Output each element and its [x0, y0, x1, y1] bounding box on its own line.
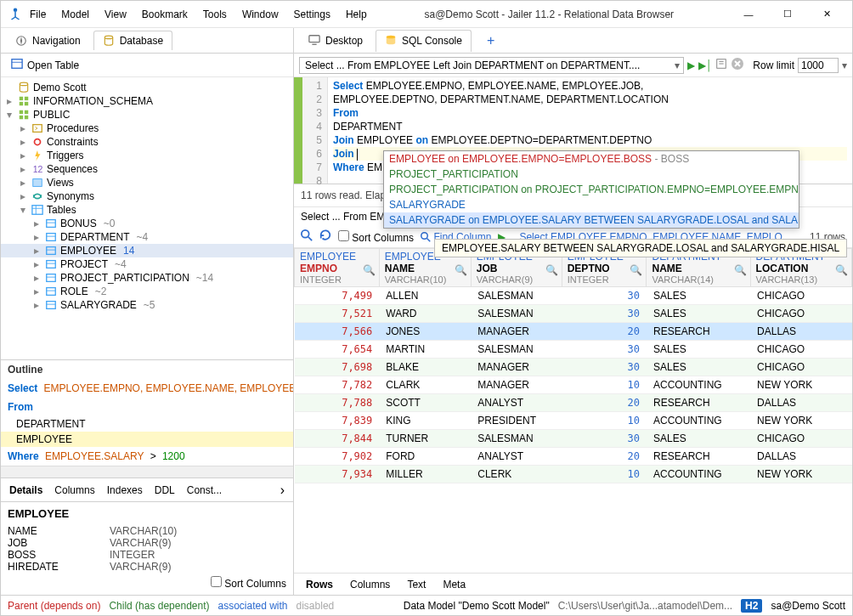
cell-job[interactable]: PRESIDENT: [471, 412, 562, 430]
menu-model[interactable]: Model: [59, 5, 91, 24]
details-tab-columns[interactable]: Columns: [54, 484, 94, 496]
twist-icon[interactable]: ▸: [18, 190, 28, 202]
cell-job[interactable]: SALESMAN: [471, 287, 562, 305]
maximize-button[interactable]: ☐: [769, 3, 806, 26]
twist-icon[interactable]: ▸: [31, 285, 42, 297]
cell-empno[interactable]: 7,844: [295, 430, 380, 448]
filter-icon[interactable]: 🔍: [455, 264, 467, 276]
tree-node-triggers[interactable]: ▸Triggers: [1, 149, 293, 162]
tree-node-information_schema[interactable]: ▸INFORMATION_SCHEMA: [1, 94, 293, 108]
cell-loc[interactable]: CHICAGO: [750, 359, 851, 376]
tree-node-synonyms[interactable]: ▸Synonyms: [1, 189, 293, 203]
cell-empno[interactable]: 7,902: [295, 448, 380, 466]
twist-icon[interactable]: ▸: [31, 299, 42, 311]
twist-icon[interactable]: ▾: [18, 204, 28, 216]
tree-node-procedures[interactable]: ▸Procedures: [1, 122, 293, 135]
twist-icon[interactable]: ▸: [31, 258, 42, 270]
cell-deptno[interactable]: 30: [562, 430, 647, 448]
cell-name[interactable]: CLARK: [379, 376, 471, 394]
twist-icon[interactable]: ▸: [31, 272, 42, 284]
tab-database[interactable]: Database: [93, 31, 172, 50]
filter-icon[interactable]: 🔍: [545, 264, 558, 276]
autocomplete-item[interactable]: PROJECT_PARTICIPATION: [384, 167, 799, 182]
twist-icon[interactable]: ▸: [4, 95, 14, 107]
filter-icon[interactable]: 🔍: [363, 264, 376, 276]
table-row[interactable]: 7,788SCOTTANALYST20RESEARCHDALLAS: [295, 394, 852, 412]
tree-node-employee[interactable]: ▸EMPLOYEE14: [1, 244, 293, 257]
cell-dname[interactable]: ACCOUNTING: [647, 376, 750, 394]
code-line[interactable]: Join EMPLOYEE on EMPLOYEE.DEPTNO=DEPARTM…: [333, 133, 847, 147]
outline-table-department[interactable]: DEPARTMENT: [1, 416, 293, 432]
run-button[interactable]: ▶: [687, 59, 695, 71]
cell-dname[interactable]: RESEARCH: [647, 323, 750, 341]
code-line[interactable]: DEPARTMENT: [333, 120, 847, 133]
tree-node-department[interactable]: ▸DEPARTMENT~4: [1, 230, 293, 244]
tree-node-project_participation[interactable]: ▸PROJECT_PARTICIPATION~14: [1, 271, 293, 285]
autocomplete-item[interactable]: SALARYGRADE on EMPLOYEE.SALARY BETWEEN S…: [384, 212, 799, 228]
table-row[interactable]: 7,521WARDSALESMAN30SALESCHICAGO: [295, 305, 852, 323]
cell-dname[interactable]: ACCOUNTING: [647, 466, 750, 483]
filter-icon[interactable]: 🔍: [630, 264, 642, 276]
cell-name[interactable]: ALLEN: [379, 287, 471, 305]
twist-icon[interactable]: ▸: [31, 245, 42, 257]
table-row[interactable]: 7,839KINGPRESIDENT10ACCOUNTINGNEW YORK: [295, 412, 852, 430]
table-row[interactable]: 7,499ALLENSALESMAN30SALESCHICAGO: [295, 287, 852, 305]
cell-deptno[interactable]: 30: [562, 305, 647, 323]
menu-tools[interactable]: Tools: [201, 5, 229, 24]
details-tab-const[interactable]: Const...: [187, 484, 222, 496]
table-row[interactable]: 7,934MILLERCLERK10ACCOUNTINGNEW YORK: [295, 466, 852, 483]
table-row[interactable]: 7,566JONESMANAGER20RESEARCHDALLAS: [295, 323, 852, 341]
cell-name[interactable]: MILLER: [379, 466, 471, 483]
grid-foot-text[interactable]: Text: [407, 579, 426, 591]
refresh-icon[interactable]: [319, 229, 331, 244]
cell-name[interactable]: JONES: [379, 323, 471, 341]
sql-history-dropdown[interactable]: Select ... From EMPLOYEE Left Join DEPAR…: [299, 57, 684, 74]
cell-dname[interactable]: SALES: [647, 287, 750, 305]
code-line[interactable]: EMPLOYEE.DEPTNO, DEPARTMENT.NAME, DEPART…: [333, 93, 847, 106]
tree-node-public[interactable]: ▾PUBLIC: [1, 108, 293, 122]
search-icon[interactable]: [301, 229, 313, 244]
cell-loc[interactable]: DALLAS: [750, 448, 851, 466]
details-tab-indexes[interactable]: Indexes: [107, 484, 143, 496]
cell-job[interactable]: MANAGER: [471, 376, 562, 394]
cell-name[interactable]: MARTIN: [379, 341, 471, 359]
twist-icon[interactable]: ▸: [31, 218, 42, 229]
details-tab-details[interactable]: Details: [9, 484, 42, 496]
cell-dname[interactable]: SALES: [647, 430, 750, 448]
cell-name[interactable]: BLAKE: [379, 359, 471, 376]
outline-scrollbar[interactable]: [1, 466, 293, 478]
explain-button[interactable]: [715, 58, 727, 72]
cell-job[interactable]: ANALYST: [471, 448, 562, 466]
autocomplete-item[interactable]: PROJECT_PARTICIPATION on PROJECT_PARTICI…: [384, 182, 799, 197]
cancel-button[interactable]: [731, 57, 744, 73]
outline-table-employee[interactable]: EMPLOYEE: [1, 432, 293, 447]
cell-loc[interactable]: DALLAS: [750, 323, 851, 341]
sort-columns-input[interactable]: [211, 576, 222, 587]
cell-empno[interactable]: 7,654: [295, 341, 380, 359]
tree-node-role[interactable]: ▸ROLE~2: [1, 285, 293, 298]
cell-deptno[interactable]: 10: [562, 466, 647, 483]
filter-icon[interactable]: 🔍: [734, 264, 747, 276]
cell-job[interactable]: MANAGER: [471, 323, 562, 341]
menu-file[interactable]: File: [28, 5, 48, 24]
tab-desktop[interactable]: Desktop: [299, 30, 372, 52]
cell-name[interactable]: SCOTT: [379, 394, 471, 412]
cell-empno[interactable]: 7,839: [295, 412, 380, 430]
cell-job[interactable]: SALESMAN: [471, 341, 562, 359]
code-line[interactable]: Select EMPLOYEE.EMPNO, EMPLOYEE.NAME, EM…: [333, 79, 847, 93]
grid-foot-rows[interactable]: Rows: [306, 579, 333, 591]
cell-empno[interactable]: 7,499: [295, 287, 380, 305]
cell-job[interactable]: MANAGER: [471, 359, 562, 376]
cell-empno[interactable]: 7,782: [295, 376, 380, 394]
cell-loc[interactable]: CHICAGO: [750, 430, 851, 448]
autocomplete-popup[interactable]: EMPLOYEE on EMPLOYEE.EMPNO=EMPLOYEE.BOSS…: [383, 150, 799, 229]
tree-node-salarygrade[interactable]: ▸SALARYGRADE~5: [1, 298, 293, 312]
outline-from[interactable]: From: [1, 398, 293, 416]
sort-columns-result[interactable]: Sort Columns: [338, 230, 414, 244]
tree-node-demo scott[interactable]: Demo Scott: [1, 81, 293, 94]
open-table-button[interactable]: Open Table: [6, 55, 84, 75]
outline-select[interactable]: Select EMPLOYEE.EMPNO, EMPLOYEE.NAME, EM…: [1, 379, 293, 398]
run-step-button[interactable]: ▶│: [698, 59, 713, 71]
cell-job[interactable]: CLERK: [471, 466, 562, 483]
tab-sql-console[interactable]: SQL Console: [376, 30, 472, 52]
